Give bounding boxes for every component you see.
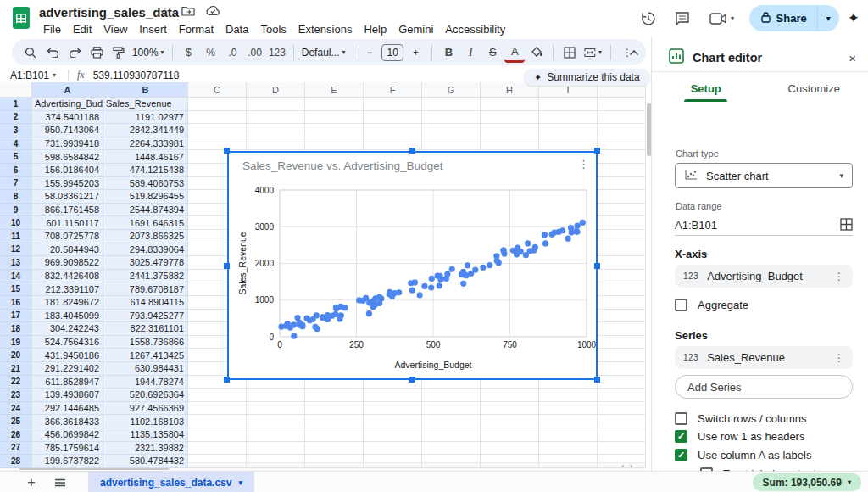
cell[interactable] xyxy=(364,442,422,456)
cell[interactable]: 1102.168103 xyxy=(103,415,188,428)
cell[interactable]: 1135.135804 xyxy=(103,428,188,442)
print-icon[interactable] xyxy=(86,42,107,63)
cell[interactable] xyxy=(598,216,646,230)
cell[interactable] xyxy=(247,98,305,111)
chart-resize-handle[interactable] xyxy=(594,263,600,269)
row-header-4[interactable]: 4 xyxy=(0,137,32,151)
chart-resize-handle[interactable] xyxy=(409,377,415,383)
cell[interactable] xyxy=(598,230,646,243)
share-button[interactable]: Share ▾ xyxy=(749,5,839,31)
close-icon[interactable]: × xyxy=(849,51,856,65)
cell[interactable]: 969.9098522 xyxy=(32,256,103,270)
cell[interactable] xyxy=(247,428,305,442)
cell[interactable]: 2544.874394 xyxy=(103,204,188,217)
cell[interactable] xyxy=(247,111,305,125)
move-folder-icon[interactable] xyxy=(181,5,195,19)
cell[interactable] xyxy=(364,428,422,442)
cell[interactable]: 199.6737822 xyxy=(32,455,103,468)
cell[interactable] xyxy=(481,415,539,428)
cell[interactable] xyxy=(305,137,364,151)
cell[interactable] xyxy=(188,455,247,468)
cell[interactable] xyxy=(598,111,646,125)
menu-accessibility[interactable]: Accessibility xyxy=(439,21,511,37)
cell[interactable]: 1944.78274 xyxy=(103,376,188,389)
cell[interactable] xyxy=(422,124,481,137)
increase-font-size-button[interactable]: + xyxy=(405,42,426,63)
row-header-19[interactable]: 19 xyxy=(0,336,32,349)
row-header-9[interactable]: 9 xyxy=(0,204,32,217)
menu-edit[interactable]: Edit xyxy=(67,21,97,37)
cell[interactable]: 789.6708187 xyxy=(103,282,188,296)
checkbox-row-switch-rows-columns[interactable]: Switch rows / columns xyxy=(675,412,853,425)
cell[interactable] xyxy=(539,389,598,402)
cell[interactable] xyxy=(305,415,364,428)
cell[interactable] xyxy=(188,428,247,442)
gemini-sparkle-icon[interactable]: ✦ xyxy=(848,9,860,27)
cell[interactable] xyxy=(598,376,646,389)
select-data-range-icon[interactable] xyxy=(840,218,853,233)
add-series-button[interactable]: Add Series xyxy=(675,375,853,399)
cell[interactable] xyxy=(539,124,598,137)
cell[interactable] xyxy=(598,137,646,151)
cell[interactable] xyxy=(598,455,646,468)
sum-badge[interactable]: Sum: 193,050.69 ▾ xyxy=(753,473,861,491)
increase-decimal-button[interactable]: .00 xyxy=(244,42,264,63)
cell[interactable] xyxy=(188,402,247,416)
cell[interactable] xyxy=(422,137,481,151)
column-header-C[interactable]: C xyxy=(188,82,247,98)
cell[interactable]: 1448.46167 xyxy=(103,150,188,164)
cell[interactable] xyxy=(598,402,646,416)
row-header-13[interactable]: 13 xyxy=(0,256,32,270)
menu-extensions[interactable]: Extensions xyxy=(292,21,359,37)
cell[interactable] xyxy=(598,124,646,137)
cell[interactable] xyxy=(598,282,646,296)
cell[interactable] xyxy=(422,428,481,442)
cell[interactable]: 304.242243 xyxy=(32,322,103,336)
cell[interactable]: 183.4045099 xyxy=(32,310,103,323)
row-header-1[interactable]: 1 xyxy=(0,98,32,111)
font-size-input[interactable]: 10 xyxy=(381,44,403,61)
cell[interactable] xyxy=(422,111,481,125)
cell[interactable]: 291.2291402 xyxy=(32,362,103,376)
row-header-5[interactable]: 5 xyxy=(0,150,32,164)
cell[interactable] xyxy=(539,98,598,111)
aggregate-checkbox-row[interactable]: Aggregate xyxy=(675,299,853,311)
cell[interactable]: 366.3618433 xyxy=(32,415,103,428)
format-currency-button[interactable]: $ xyxy=(178,42,198,63)
cell[interactable] xyxy=(422,98,481,111)
column-header-B[interactable]: B xyxy=(103,82,188,98)
cell[interactable]: 155.9945203 xyxy=(32,177,103,191)
cell[interactable] xyxy=(481,137,539,151)
cell[interactable] xyxy=(188,98,247,111)
cell[interactable] xyxy=(539,455,598,468)
column-header-A[interactable]: A xyxy=(32,82,103,98)
row-header-14[interactable]: 14 xyxy=(0,270,32,283)
checkbox-row-use-column-a-as-labels[interactable]: ✓Use column A as labels xyxy=(675,449,853,461)
cell[interactable] xyxy=(364,98,422,111)
undo-icon[interactable] xyxy=(42,42,63,63)
column-header-E[interactable]: E xyxy=(305,82,364,98)
menu-view[interactable]: View xyxy=(97,21,133,37)
zoom-select[interactable]: 100%▾ xyxy=(131,42,166,63)
cell[interactable] xyxy=(598,310,646,323)
row-header-12[interactable]: 12 xyxy=(0,243,32,257)
cell[interactable] xyxy=(481,402,539,416)
row-header-22[interactable]: 22 xyxy=(0,376,32,389)
cell[interactable] xyxy=(422,389,481,402)
comments-icon[interactable] xyxy=(670,6,695,31)
text-color-button[interactable]: A xyxy=(504,42,525,63)
row-header-23[interactable]: 23 xyxy=(0,389,32,402)
cell[interactable] xyxy=(247,415,305,428)
search-icon[interactable] xyxy=(20,42,41,63)
cell[interactable] xyxy=(481,124,539,137)
cell[interactable]: Sales_Revenue xyxy=(103,98,188,111)
checkbox-row-use-row-1-as-headers[interactable]: ✓Use row 1 as headers xyxy=(675,430,853,443)
row-header-20[interactable]: 20 xyxy=(0,349,32,362)
cell[interactable]: 1267.413425 xyxy=(103,349,188,362)
bold-button[interactable]: B xyxy=(438,42,459,63)
row-header-6[interactable]: 6 xyxy=(0,164,32,177)
chart-type-select[interactable]: Scatter chart ▾ xyxy=(675,163,853,188)
cell[interactable] xyxy=(598,389,646,402)
cell[interactable] xyxy=(364,455,422,468)
series-chip-kebab-icon[interactable]: ⋮ xyxy=(834,352,844,364)
